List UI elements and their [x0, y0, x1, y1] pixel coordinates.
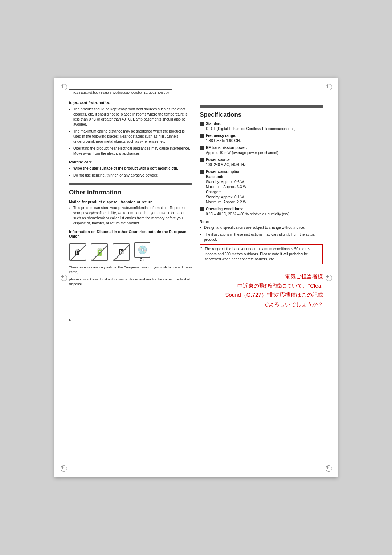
- reg-mark-tr: [325, 83, 332, 90]
- spec-bullet: [200, 146, 204, 150]
- page-number: 6: [69, 315, 323, 322]
- disposal-icon-2: 🔋: [91, 243, 108, 261]
- spec-bullet: [200, 122, 204, 126]
- specs-title: Specifications: [200, 111, 323, 118]
- list-item: The product should be kept away from hea…: [69, 107, 192, 127]
- header-bar: TG161xBX(e).book Page 6 Wednesday, Octob…: [69, 89, 172, 96]
- important-info-list: The product should be kept away from hea…: [69, 107, 192, 156]
- disposal-continued: please contact your local authorities or…: [69, 277, 192, 287]
- disposal-title: Notice for product disposal, transfer, o…: [69, 200, 192, 204]
- spec-power-source: Power source: 100–240 V AC, 50/60 Hz: [200, 157, 323, 167]
- disposal-countries-title: Information on Disposal in other Countri…: [69, 230, 192, 238]
- routine-care-title: Routine care: [69, 160, 192, 164]
- disposal-list: This product can store your private/conf…: [69, 206, 192, 226]
- spec-bullet: [200, 158, 204, 162]
- note-list: Design and specifications are subject to…: [200, 225, 323, 264]
- cd-icon: 💿 Cd: [134, 242, 150, 262]
- left-column: Important Information The product should…: [69, 100, 192, 309]
- spec-standard: Standard: DECT (Digital Enhanced Cordles…: [200, 121, 323, 131]
- routine-care-list: Wipe the outer surface of the product wi…: [69, 166, 192, 178]
- specs-divider: [200, 105, 323, 108]
- spec-bullet: [200, 207, 204, 211]
- list-item: Do not use benzine, thinner, or any abra…: [69, 173, 192, 178]
- list-item: This product can store your private/conf…: [69, 206, 192, 226]
- spec-operating: Operating conditions: 0 °C – 40 °C, 20 %…: [200, 207, 323, 217]
- list-item-highlighted: The range of the handset under maximum c…: [200, 244, 323, 264]
- reg-mark-bl: [60, 465, 67, 472]
- list-item: Design and specifications are subject to…: [200, 225, 323, 230]
- note-section: Note: Design and specifications are subj…: [200, 220, 323, 264]
- disposal-icon-1: 🗑: [69, 243, 86, 261]
- list-item: Wipe the outer surface of the product wi…: [69, 166, 192, 171]
- japanese-text: 電気ご担当者様 中近東の飛び記載について、"Clear Sound（G.727）…: [200, 272, 323, 309]
- disposal-icons: 🗑 🔋 🖥 💿 Cd: [69, 242, 192, 262]
- spec-bullet: [200, 134, 204, 138]
- document-page: TG161xBX(e).book Page 6 Wednesday, Octob…: [54, 78, 338, 477]
- reg-mark-br: [325, 465, 332, 472]
- spec-power-consumption: Power consumption: Base unit: Standby: A…: [200, 169, 323, 205]
- spec-frequency: Frequency range: 1.88 GHz to 1.90 GHz: [200, 133, 323, 143]
- list-item: The illustrations in these instructions …: [200, 232, 323, 242]
- list-item: Operating the product near electrical ap…: [69, 146, 192, 156]
- spec-rf: RF transmission power: Approx. 10 mW (av…: [200, 145, 323, 155]
- other-info-title: Other information: [69, 189, 192, 196]
- reg-mark-mr: [325, 274, 332, 281]
- main-content: Important Information The product should…: [69, 100, 323, 309]
- spec-bullet: [200, 170, 204, 174]
- reg-mark-tl: [60, 83, 67, 90]
- divider-bar: [69, 183, 192, 185]
- disposal-icon-3: 🖥: [113, 243, 130, 261]
- right-column: Specifications Standard: DECT (Digital E…: [200, 100, 323, 309]
- disposal-countries-text: These symbols are only valid in the Euro…: [69, 265, 192, 275]
- reg-mark-ml: [60, 274, 67, 281]
- list-item: The maximum calling distance may be shor…: [69, 129, 192, 144]
- important-info-title: Important Information: [69, 100, 192, 105]
